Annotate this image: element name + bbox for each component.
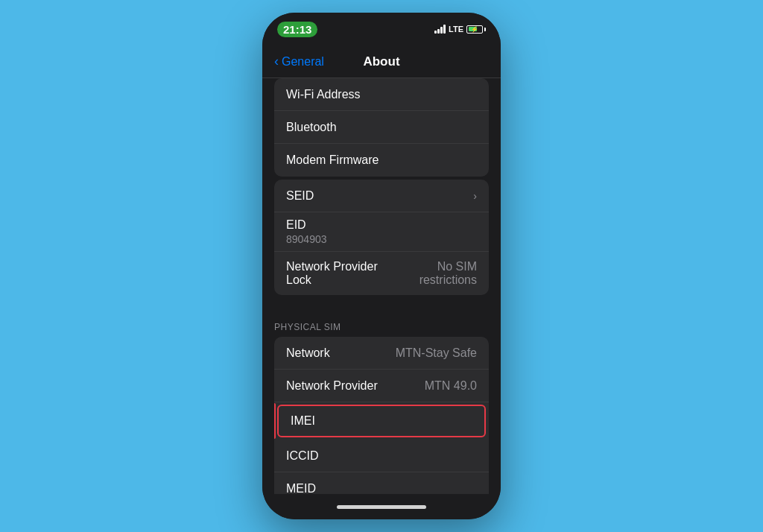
- network-label: Network: [286, 346, 330, 360]
- back-chevron-icon: ‹: [274, 54, 279, 69]
- eid-value: 8904903: [286, 233, 327, 245]
- seid-row[interactable]: SEID ›: [274, 180, 489, 212]
- physical-sim-card: Network MTN-Stay Safe Network Provider M…: [274, 337, 489, 494]
- page-title: About: [363, 54, 399, 69]
- meid-row[interactable]: MEID: [274, 472, 489, 494]
- imei-label: IMEI: [291, 414, 315, 428]
- home-bar: [337, 505, 426, 509]
- network-value: MTN-Stay Safe: [396, 346, 477, 360]
- seid-group: SEID › EID 8904903 Network Provider Lock…: [262, 180, 501, 295]
- back-label: General: [282, 55, 324, 69]
- wifi-row[interactable]: Wi-Fi Address: [274, 78, 489, 111]
- lte-badge: LTE: [449, 25, 463, 34]
- top-info-card: Wi-Fi Address Bluetooth Modem Firmware: [274, 78, 489, 177]
- iccid-label: ICCID: [286, 449, 319, 463]
- top-info-group: Wi-Fi Address Bluetooth Modem Firmware: [262, 78, 501, 177]
- network-provider-label: Network Provider: [286, 379, 378, 393]
- status-time: 21:13: [277, 22, 317, 37]
- status-bar: 21:13 LTE ⚡: [262, 13, 501, 45]
- network-provider-lock-label: Network Provider Lock: [286, 260, 390, 287]
- bluetooth-row[interactable]: Bluetooth: [274, 111, 489, 144]
- home-indicator: [262, 494, 501, 519]
- modem-firmware-row[interactable]: Modem Firmware: [274, 144, 489, 177]
- network-provider-lock-value: No SIM restrictions: [390, 260, 477, 287]
- signal-bars-icon: [434, 25, 446, 34]
- wifi-label: Wi-Fi Address: [286, 88, 361, 101]
- phone-frame: 21:13 LTE ⚡ ‹ General About: [262, 13, 501, 519]
- eid-row[interactable]: EID 8904903: [274, 212, 489, 252]
- back-button[interactable]: ‹ General: [274, 54, 324, 69]
- physical-sim-header: PHYSICAL SIM: [262, 310, 501, 337]
- bluetooth-label: Bluetooth: [286, 121, 337, 134]
- seid-card: SEID › EID 8904903 Network Provider Lock…: [274, 180, 489, 295]
- network-provider-value: MTN 49.0: [425, 379, 477, 393]
- network-provider-row[interactable]: Network Provider MTN 49.0: [274, 370, 489, 402]
- imei-row[interactable]: IMEI: [277, 405, 486, 437]
- meid-label: MEID: [286, 482, 316, 494]
- nav-bar: ‹ General About: [262, 45, 501, 78]
- seid-chevron-icon: ›: [473, 190, 477, 202]
- spacer-1: [262, 298, 501, 310]
- iccid-row[interactable]: ICCID: [274, 440, 489, 472]
- network-row[interactable]: Network MTN-Stay Safe: [274, 337, 489, 370]
- modem-firmware-label: Modem Firmware: [286, 153, 379, 167]
- seid-label: SEID: [286, 189, 314, 203]
- battery-icon: ⚡: [466, 25, 486, 34]
- network-provider-lock-row[interactable]: Network Provider Lock No SIM restriction…: [274, 252, 489, 295]
- content-scroll[interactable]: Wi-Fi Address Bluetooth Modem Firmware S…: [262, 78, 501, 494]
- status-icons: LTE ⚡: [434, 25, 486, 34]
- eid-label: EID: [286, 218, 306, 232]
